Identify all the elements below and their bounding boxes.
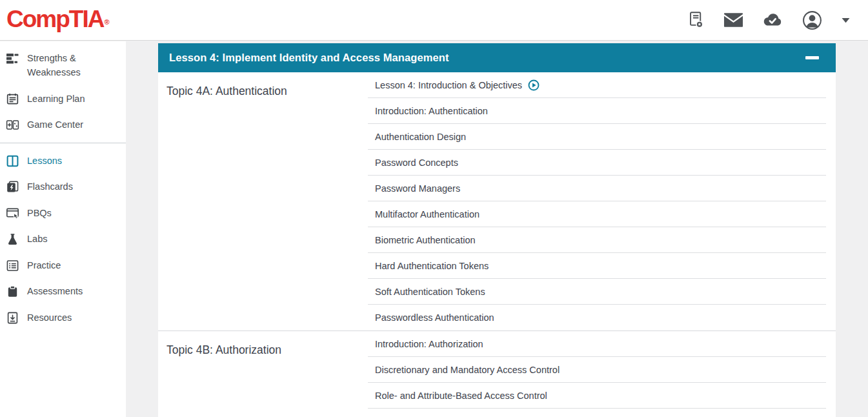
sidebar-item-lessons[interactable]: Lessons <box>0 148 126 174</box>
lesson-item-label: Biometric Authentication <box>375 235 476 245</box>
lesson-item-row[interactable]: Biometric Authentication <box>368 227 826 253</box>
sidebar-item-resources[interactable]: Resources <box>0 305 126 331</box>
lesson-item-row[interactable]: Passwordless Authentication <box>368 305 826 331</box>
game-icon <box>6 118 19 132</box>
caret-down-icon[interactable] <box>842 17 850 23</box>
topic-item-list: Lesson 4: Introduction & ObjectivesIntro… <box>368 72 826 331</box>
topic-left-column: Topic 4A: Authentication <box>158 72 368 331</box>
top-header: CompTIA® <box>0 0 868 41</box>
topic-title: Topic 4A: Authentication <box>167 79 368 103</box>
lesson-item-label: Multifactor Authentication <box>375 209 479 219</box>
sidebar-main-group: LessonsFlashcardsPBQsLabsPracticeAssessm… <box>0 148 126 331</box>
lesson-title: Lesson 4: Implement Identity and Access … <box>169 52 449 64</box>
sidebar-item-label: Resources <box>27 310 72 325</box>
minus-icon <box>805 56 819 59</box>
download-doc-icon <box>6 311 19 325</box>
bars-chart-icon <box>6 52 19 65</box>
sidebar-item-assessments[interactable]: Assessments <box>0 278 126 304</box>
clipboard-icon <box>6 285 19 298</box>
sidebar-item-label: Flashcards <box>27 179 73 194</box>
open-book-icon <box>6 154 19 168</box>
lesson-item-label: Password Managers <box>375 183 460 194</box>
lesson-item-row[interactable]: Soft Authentication Tokens <box>368 279 826 305</box>
sidebar-item-learning-plan[interactable]: Learning Plan <box>0 86 126 112</box>
sidebar-item-labs[interactable]: Labs <box>0 226 126 252</box>
lesson-item-row[interactable]: Password Concepts <box>368 150 826 176</box>
play-circle-icon[interactable] <box>528 79 540 91</box>
sidebar: Strengths & WeaknessesLearning PlanGame … <box>0 41 126 417</box>
sidebar-item-label: Lessons <box>27 154 62 168</box>
sidebar-item-game-center[interactable]: Game Center <box>0 112 126 137</box>
lesson-item-row[interactable]: Introduction: Authorization <box>368 331 826 357</box>
mail-icon[interactable] <box>723 12 743 28</box>
lesson-item-label: Role- and Attribute-Based Access Control <box>375 391 547 401</box>
lesson-item-label: Password Concepts <box>375 158 458 168</box>
lesson-item-row[interactable]: Introduction: Authentication <box>368 98 826 124</box>
sidebar-item-label: Assessments <box>27 284 83 298</box>
lesson-panel: Lesson 4: Implement Identity and Access … <box>158 43 836 417</box>
flask-icon <box>6 232 19 246</box>
sidebar-item-practice[interactable]: Practice <box>0 252 126 278</box>
sidebar-item-pbqs[interactable]: PBQs <box>0 200 126 226</box>
sidebar-item-flashcards[interactable]: Flashcards <box>0 174 126 199</box>
sidebar-item-label: PBQs <box>27 206 52 220</box>
sidebar-item-label: Game Center <box>27 117 83 132</box>
registered-mark: ® <box>104 18 109 26</box>
lesson-item-label: Hard Authentication Tokens <box>375 261 489 271</box>
lesson-item-label: Introduction: Authentication <box>375 106 488 116</box>
sidebar-item-label: Learning Plan <box>27 92 85 106</box>
lesson-item-row[interactable]: Authentication Design <box>368 124 826 150</box>
topic-title: Topic 4B: Authorization <box>167 338 368 362</box>
lesson-item-row[interactable]: Lesson 4: Introduction & Objectives <box>368 72 826 98</box>
lesson-item-row[interactable]: Role- and Attribute-Based Access Control <box>368 383 826 409</box>
lesson-item-row[interactable]: Hard Authentication Tokens <box>368 253 826 279</box>
sidebar-item-label: Labs <box>27 232 47 246</box>
lesson-item-row[interactable]: Discretionary and Mandatory Access Contr… <box>368 357 826 383</box>
topic-left-column: Topic 4B: Authorization <box>158 331 368 417</box>
sidebar-item-strengths-weaknesses[interactable]: Strengths & Weaknesses <box>0 45 126 86</box>
lesson-item-label: Discretionary and Mandatory Access Contr… <box>375 365 560 375</box>
lesson-item-label: Authentication Design <box>375 132 466 142</box>
cloud-sync-icon[interactable] <box>762 12 783 28</box>
comptia-logo: CompTIA® <box>6 7 109 31</box>
topic-item-list: Introduction: AuthorizationDiscretionary… <box>368 331 826 417</box>
sidebar-item-label: Strengths & Weaknesses <box>27 51 121 80</box>
notebook-icon <box>6 92 19 106</box>
flashcard-bolt-icon <box>6 180 19 194</box>
topic-section: Topic 4A: AuthenticationLesson 4: Introd… <box>158 72 836 331</box>
topic-section: Topic 4B: AuthorizationIntroduction: Aut… <box>158 331 836 417</box>
lesson-item-label: Soft Authentication Tokens <box>375 287 485 297</box>
sidebar-item-label: Practice <box>27 258 61 272</box>
collapse-button[interactable] <box>803 54 822 62</box>
lesson-item-row[interactable]: Rule-Based Access Control <box>368 409 826 417</box>
pbq-window-icon <box>6 207 19 220</box>
lesson-item-label: Lesson 4: Introduction & Objectives <box>375 80 522 90</box>
exam-results-icon[interactable] <box>687 10 705 30</box>
lesson-item-row[interactable]: Multifactor Authentication <box>368 201 826 227</box>
account-icon[interactable] <box>802 10 823 31</box>
lesson-item-label: Introduction: Authorization <box>375 339 483 349</box>
topic-sections: Topic 4A: AuthenticationLesson 4: Introd… <box>158 72 836 417</box>
sidebar-top-group: Strengths & WeaknessesLearning PlanGame … <box>0 45 126 138</box>
list-icon <box>6 259 19 272</box>
lesson-accordion-header[interactable]: Lesson 4: Implement Identity and Access … <box>158 43 836 72</box>
header-icons <box>687 10 850 31</box>
sidebar-divider <box>0 143 126 143</box>
lesson-item-label: Passwordless Authentication <box>375 312 494 323</box>
lesson-item-row[interactable]: Password Managers <box>368 176 826 201</box>
